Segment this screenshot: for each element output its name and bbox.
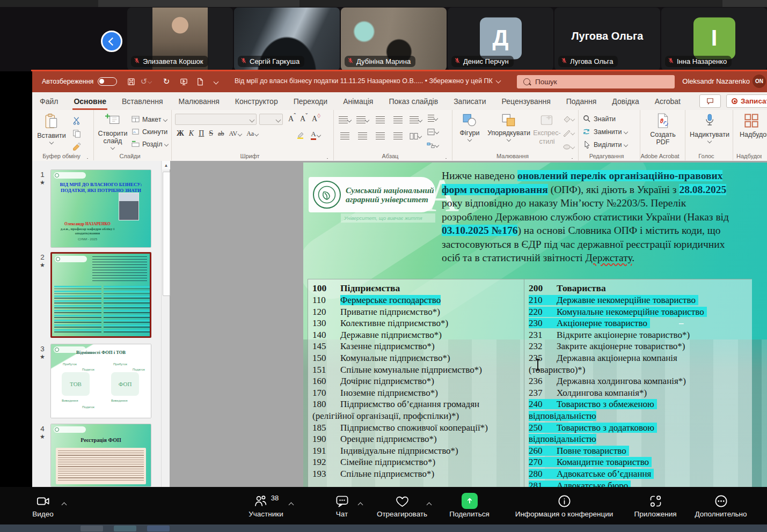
account-name[interactable]: Oleksandr Nazarenko xyxy=(682,77,750,85)
strikethrough-ab-button[interactable]: ab xyxy=(216,130,225,138)
tab-основне[interactable]: Основне xyxy=(72,92,107,110)
taskbar-app-icon[interactable] xyxy=(147,526,170,531)
underline-button[interactable]: П xyxy=(197,129,206,138)
participants-button[interactable]: 38Участники xyxy=(235,487,297,524)
paragraph-dialog-launcher-icon[interactable] xyxy=(445,153,447,159)
copy-button[interactable] xyxy=(70,128,83,139)
justify-button[interactable] xyxy=(391,130,404,142)
numbering-button[interactable] xyxy=(356,114,369,125)
taskbar-app-icon[interactable] xyxy=(81,526,103,531)
new-slide-button[interactable]: Створити слайд xyxy=(96,113,129,150)
layout-button[interactable]: Макет xyxy=(132,115,167,123)
align-center-button[interactable] xyxy=(356,130,369,142)
decrease-indent-button[interactable] xyxy=(374,114,386,125)
scroll-up-arrow-icon[interactable]: ▲ xyxy=(162,161,170,169)
thumbnails-scrollbar[interactable]: ▲ xyxy=(161,161,170,487)
character-spacing-button[interactable]: AV xyxy=(227,130,243,138)
clipboard-dialog-launcher-icon[interactable] xyxy=(87,153,88,159)
shape-outline-button[interactable] xyxy=(562,127,575,138)
shapes-button[interactable]: Фігури xyxy=(456,113,484,142)
dictate-button[interactable]: Надиктувати xyxy=(690,113,729,143)
clear-formatting-button[interactable]: А◊ xyxy=(310,113,322,123)
participant-tile[interactable]: Дубініна Марина xyxy=(341,8,447,71)
drawing-dialog-launcher-icon[interactable] xyxy=(572,153,573,159)
participant-tile[interactable]: Элизавета Коршок xyxy=(127,8,233,71)
shape-fill-button[interactable] xyxy=(562,113,575,124)
font-color-button[interactable]: А xyxy=(309,129,322,141)
bullets-button[interactable] xyxy=(338,114,351,125)
change-case-button[interactable]: Аа xyxy=(245,130,260,138)
section-button[interactable]: Розділ xyxy=(132,140,168,148)
text-direction-button[interactable] xyxy=(426,113,439,124)
tab-анімація[interactable]: Анімація xyxy=(342,92,374,110)
align-text-button[interactable] xyxy=(426,126,439,137)
participant-tile[interactable]: ІІнна Назаренко xyxy=(661,8,767,71)
record-button[interactable]: Записати xyxy=(726,94,767,108)
taskbar-app-icon[interactable] xyxy=(114,526,136,531)
slide-thumbnail-2[interactable] xyxy=(50,252,151,338)
participant-tile[interactable]: Сергій Гаркуша xyxy=(234,8,340,71)
undo-icon[interactable]: ↺ xyxy=(140,76,152,87)
font-dialog-launcher-icon[interactable] xyxy=(327,153,328,159)
convert-smartart-button[interactable] xyxy=(426,139,439,151)
tab-показ-слайдів[interactable]: Показ слайдів xyxy=(388,92,439,110)
tab-конструктор[interactable]: Конструктор xyxy=(234,92,279,110)
reset-slide-button[interactable]: Скинути xyxy=(132,128,167,136)
apps-button[interactable]: Приложения xyxy=(622,487,689,524)
shape-effects-button[interactable] xyxy=(562,141,575,152)
paste-button[interactable]: Вставити xyxy=(37,113,66,144)
react-button[interactable]: Отреагировать xyxy=(369,487,435,524)
share-screen-button[interactable]: Поделиться xyxy=(441,487,498,524)
search-input[interactable]: Пошук xyxy=(517,75,675,88)
tab-записати[interactable]: Записати xyxy=(452,92,487,110)
line-spacing-button[interactable] xyxy=(409,114,422,125)
redo-icon[interactable]: ↻ xyxy=(160,76,173,87)
quick-access-chevron-icon[interactable] xyxy=(209,76,222,87)
account-avatar[interactable]: ON xyxy=(753,75,766,88)
new-document-icon[interactable] xyxy=(193,76,206,87)
tab-малювання[interactable]: Малювання xyxy=(177,92,220,110)
font-size-combobox[interactable] xyxy=(259,114,283,125)
tab-файл[interactable]: Файл xyxy=(39,92,59,110)
chevron-up-icon[interactable] xyxy=(62,500,66,509)
slide-canvas[interactable]: А Сумський національнийаграрний універси… xyxy=(303,162,767,487)
align-right-button[interactable] xyxy=(374,130,386,142)
strikethrough-button[interactable]: S xyxy=(207,129,215,138)
more-button[interactable]: Дополнительно xyxy=(688,487,754,524)
create-pdf-button[interactable]: Создать PDF xyxy=(646,113,680,146)
slide-thumbnail-3[interactable]: Відмінності ФОП і ТОВТОВФОППрибутокПрибу… xyxy=(50,344,151,418)
slide-thumbnail-1[interactable]: ВІД МРІЇ ДО ВЛАСНОГО БІЗНЕСУ: ПОДАТКИ, Я… xyxy=(50,169,151,248)
font-name-combobox[interactable] xyxy=(175,114,257,125)
slide-thumbnail-4[interactable]: Реєстрація ФОП xyxy=(50,424,151,487)
tab-рецензування[interactable]: Рецензування xyxy=(501,92,552,110)
participant-tile[interactable]: ДДенис Перчун xyxy=(448,8,553,71)
scroll-participants-left-button[interactable] xyxy=(101,31,122,52)
tab-довідка[interactable]: Довідка xyxy=(611,92,640,110)
autosave-toggle[interactable] xyxy=(98,77,117,86)
tab-вставлення[interactable]: Вставлення xyxy=(121,92,164,110)
arrange-button[interactable]: Упорядкувати xyxy=(486,113,532,142)
columns-button[interactable] xyxy=(409,130,422,142)
tab-переходи[interactable]: Переходи xyxy=(293,92,328,110)
tab-подання[interactable]: Подання xyxy=(565,92,598,110)
windows-taskbar[interactable] xyxy=(0,524,767,532)
addins-button[interactable]: Надбудови xyxy=(736,113,767,139)
save-icon[interactable] xyxy=(125,76,137,87)
quick-styles-button[interactable]: Експрес- стилі xyxy=(533,113,561,146)
highlighter-button[interactable] xyxy=(294,129,307,141)
italic-button[interactable]: K xyxy=(187,129,195,138)
select-button[interactable]: Виділити xyxy=(583,141,627,149)
start-slideshow-icon[interactable] xyxy=(177,76,190,87)
meeting-info-button[interactable]: Информация о конференции xyxy=(503,487,625,524)
video-button[interactable]: Видео xyxy=(16,487,70,524)
cut-button[interactable] xyxy=(70,115,83,126)
bold-button[interactable]: Ж xyxy=(175,129,186,138)
increase-font-button[interactable]: Аˆ xyxy=(287,113,297,123)
chevron-up-icon[interactable] xyxy=(427,500,431,509)
title-chevron-icon[interactable] xyxy=(495,78,501,84)
decrease-font-button[interactable]: Аˇ xyxy=(298,113,309,123)
replace-button[interactable]: Замінити xyxy=(583,128,627,136)
chevron-up-icon[interactable] xyxy=(289,500,293,509)
align-left-button[interactable] xyxy=(338,130,351,142)
comments-button[interactable] xyxy=(699,94,721,108)
